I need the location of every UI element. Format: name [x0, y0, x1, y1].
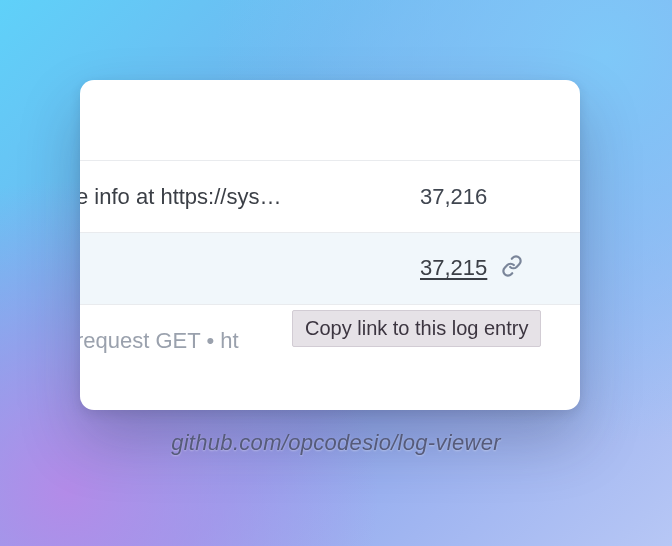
log-index: 37,215	[394, 255, 580, 283]
log-index: 37,216	[394, 184, 580, 210]
link-icon[interactable]	[501, 255, 523, 283]
log-index-value: 37,216	[420, 184, 487, 209]
log-message: e info at https://sys…	[80, 184, 394, 210]
log-row-active[interactable]: 37,215	[80, 232, 580, 304]
log-row[interactable]: e info at https://sys… 37,216	[80, 160, 580, 232]
arrow-right-icon[interactable]	[262, 408, 292, 410]
log-index-link[interactable]: 37,215	[420, 255, 487, 280]
source-caption: github.com/opcodesio/log-viewer	[0, 430, 672, 456]
pagination-row: 1,641	[80, 376, 580, 410]
copy-link-tooltip: Copy link to this log entry	[292, 310, 541, 347]
log-viewer-card: e info at https://sys… 37,216 37,215 req…	[80, 80, 580, 410]
card-header-space	[80, 80, 580, 160]
